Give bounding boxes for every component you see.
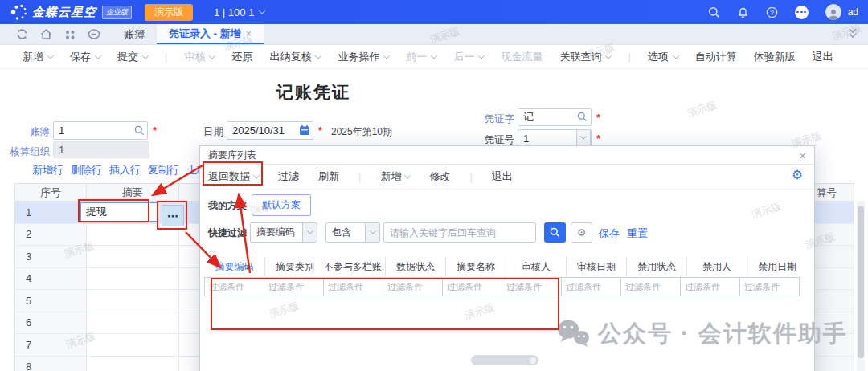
voucher-toolbar: 新增 保存 提交 | 审核 还原 出纳复核 业务操作 前一 后一 现金流量 关联…: [0, 45, 868, 69]
col-header-summary: 摘要: [87, 184, 179, 201]
toolbar-business-ops-button[interactable]: 业务操作: [338, 50, 389, 64]
summary-library-dialog: 摘要库列表 × 返回数据 过滤 刷新 | 新增 修改 | 退出 ⚙ 我的方案 默…: [199, 145, 815, 371]
toolbar-new-button[interactable]: 新增: [23, 50, 53, 64]
toolbar-previous-button: 前一: [406, 50, 436, 64]
save-filter-link[interactable]: 保存: [599, 226, 620, 241]
filter-input[interactable]: [739, 277, 800, 296]
refresh-button[interactable]: 刷新: [318, 169, 339, 184]
dialog-exit-button[interactable]: 退出: [492, 169, 513, 184]
filter-input[interactable]: [561, 277, 621, 296]
kingdee-logo-icon: [10, 3, 27, 21]
date-field-label: 日期: [201, 125, 223, 139]
tab-voucher-entry-new[interactable]: 凭证录入 - 新增 ×: [157, 24, 264, 44]
tab-account-book[interactable]: 账簿: [112, 24, 157, 44]
search-icon[interactable]: [708, 6, 720, 18]
default-plan-chip[interactable]: 默认方案: [252, 194, 311, 216]
dialog-close-icon[interactable]: ×: [799, 149, 806, 162]
toolbar-submit-button[interactable]: 提交: [117, 50, 148, 64]
help-icon[interactable]: ?: [766, 6, 778, 18]
filter-input[interactable]: [264, 277, 324, 296]
topbar: 金蝶云星空 企业版 演示版 1 | 100 1 ? ad: [0, 0, 868, 24]
filter-input[interactable]: [442, 277, 502, 296]
search-icon: [550, 227, 560, 238]
toolbar-save-button[interactable]: 保存: [70, 50, 100, 64]
brand-title: 金蝶云星空: [32, 5, 96, 20]
dialog-horizontal-scrollbar[interactable]: [471, 355, 538, 365]
dialog-new-button[interactable]: 新增: [380, 169, 410, 184]
col-forbid-date[interactable]: 禁用日期: [747, 257, 807, 276]
voucher-word-label: 凭证字: [481, 112, 514, 126]
toolbar-next-button: 后一: [453, 50, 484, 64]
close-tab-icon[interactable]: ×: [246, 27, 252, 39]
filter-input[interactable]: [204, 277, 264, 296]
user-name[interactable]: ad: [848, 6, 858, 18]
filter-input[interactable]: [620, 277, 681, 296]
dialog-table-header: 摘要编码 摘要类别 不参与多栏账.. 数据状态 摘要名称 审核人 审核日期 禁用…: [204, 257, 807, 276]
collapse-toolbar-icon[interactable]: [847, 26, 858, 43]
toolbar-exit-button[interactable]: 退出: [813, 50, 833, 64]
message-icon[interactable]: [88, 29, 100, 40]
col-forbid-status[interactable]: 禁用状态: [626, 257, 686, 276]
col-summary-code[interactable]: 摘要编码: [204, 257, 264, 276]
toolbar-try-new-version-button[interactable]: 体验新版: [754, 50, 796, 64]
filter-settings-button[interactable]: ⚙: [571, 222, 592, 243]
voucher-word-input[interactable]: [518, 108, 592, 126]
col-summary-name[interactable]: 摘要名称: [445, 257, 506, 276]
toolbar-cashflow-button: 现金流量: [501, 50, 542, 64]
filter-input[interactable]: [323, 277, 383, 296]
summary-lookup-button[interactable]: ⋯: [162, 205, 184, 226]
keyword-search-input[interactable]: [383, 222, 536, 243]
demo-version-badge: 演示版: [145, 4, 193, 21]
voucher-number-dropdown-icon[interactable]: [576, 129, 591, 147]
apps-grid-icon[interactable]: [64, 29, 76, 40]
add-row-link[interactable]: 新增行: [32, 163, 63, 177]
col-header-partial: 算号: [817, 186, 837, 200]
delete-row-link[interactable]: 删除行: [71, 163, 102, 177]
filter-field-select[interactable]: 摘要编码: [250, 222, 317, 243]
grid-vertical-scrollbar[interactable]: [857, 201, 865, 371]
toolbar-related-query-button[interactable]: 关联查询: [559, 50, 611, 64]
toolbar-auto-calc-button[interactable]: 自动计算: [695, 50, 737, 64]
summary-cell-editor[interactable]: 提现: [80, 202, 158, 222]
col-summary-category[interactable]: 摘要类别: [264, 257, 325, 276]
copy-row-link[interactable]: 复制行: [148, 163, 179, 177]
toolbar-cashier-review-button[interactable]: 出纳复核: [269, 50, 321, 64]
notification-bell-icon[interactable]: [737, 6, 749, 18]
reset-filter-link[interactable]: 重置: [627, 226, 648, 241]
modify-button[interactable]: 修改: [429, 169, 450, 184]
page-title: 记账凭证: [0, 81, 627, 104]
filter-button[interactable]: 过滤: [278, 169, 299, 184]
quick-filter-label: 快捷过滤: [208, 226, 247, 240]
date-field-input[interactable]: [227, 121, 313, 140]
toolbar-options-button[interactable]: 选项: [648, 50, 678, 64]
refresh-icon[interactable]: [16, 28, 28, 40]
filter-input[interactable]: [502, 277, 562, 296]
filter-input[interactable]: [383, 277, 443, 296]
org-selector[interactable]: 1 | 100 1: [214, 6, 264, 18]
grid-row-actions: 新增行 删除行 插入行 复制行 上移: [32, 163, 207, 177]
col-auditor[interactable]: 审核人: [506, 257, 566, 276]
dialog-toolbar: 返回数据 过滤 刷新 | 新增 修改 | 退出: [200, 165, 814, 190]
home-icon[interactable]: [40, 28, 52, 40]
filter-input[interactable]: [680, 277, 740, 296]
avatar[interactable]: [825, 4, 841, 20]
theme-toggle-icon[interactable]: [795, 6, 809, 19]
chevron-down-icon: [259, 7, 265, 14]
search-button[interactable]: [544, 222, 566, 243]
book-field-input[interactable]: [53, 121, 148, 140]
insert-row-link[interactable]: 插入行: [109, 163, 141, 177]
dialog-settings-gear-icon[interactable]: ⚙: [792, 169, 803, 181]
col-audit-date[interactable]: 审核日期: [566, 257, 626, 276]
fiscal-period-text: 2025年第10期: [331, 125, 392, 139]
chevron-down-icon: [302, 223, 317, 242]
dialog-titlebar: 摘要库列表: [200, 146, 814, 165]
return-data-button[interactable]: 返回数据: [208, 169, 259, 184]
filter-operator-select[interactable]: 包含: [326, 222, 380, 243]
col-data-status[interactable]: 数据状态: [385, 257, 445, 276]
col-forbid-user[interactable]: 禁用人: [686, 257, 747, 276]
col-header-seq: 序号: [15, 184, 87, 201]
org-field-input: [53, 141, 149, 158]
my-plan-label: 我的方案: [208, 199, 247, 213]
col-multi-column[interactable]: 不参与多栏账..: [325, 257, 385, 276]
toolbar-restore-button[interactable]: 还原: [231, 50, 252, 64]
